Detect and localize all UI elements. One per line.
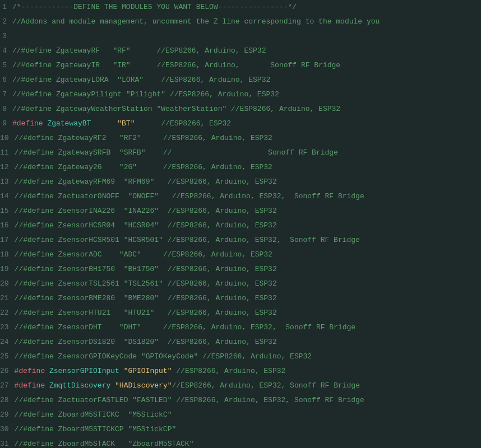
line-content: //#define ZsensorADC "ADC" //ESP8266, Ar… xyxy=(15,248,481,262)
line-content: //#define ZgatewayLORA "LORA" //ESP8266,… xyxy=(12,73,481,87)
line-number: 13 xyxy=(0,175,15,189)
code-line: 5//#define ZgatewayIR "IR" //ESP8266, Ar… xyxy=(0,58,481,73)
code-line: 11//#define ZgatewaySRFB "SRFB" // Sonof… xyxy=(0,146,481,160)
line-number: 25 xyxy=(0,349,15,364)
line-content: //#define ZsensorHCSR501 "HCSR501" //ESP… xyxy=(15,233,481,248)
line-content: //#define ZgatewaySRFB "SRFB" // Sonoff … xyxy=(15,146,481,160)
token: //Addons and module management, uncommen… xyxy=(12,17,380,26)
token: //#define ZgatewayPilight "Pilight" //ES… xyxy=(12,90,279,99)
line-number: 31 xyxy=(0,437,15,448)
code-editor: 1/*------------DEFINE THE MODULES YOU WA… xyxy=(0,0,481,448)
token: ZmqttDiscovery xyxy=(45,381,110,390)
token: //#define ZgatewayRF "RF" //ESP8266, Ard… xyxy=(12,46,266,55)
line-content: //#define ZgatewayWeatherStation "Weathe… xyxy=(12,102,481,116)
line-content: //#define ZboardM5STICKCP "M5StickCP" xyxy=(15,422,481,437)
token: #define xyxy=(12,119,43,128)
token: //#define ZactuatorFASTLED "FASTLED" //E… xyxy=(15,396,364,404)
line-number: 7 xyxy=(0,87,12,102)
token: //#define ZboardM5STICKC "M5StickC" xyxy=(15,410,172,419)
line-number: 9 xyxy=(0,116,12,131)
line-content: //#define ZsensorBH1750 "BH1750" //ESP82… xyxy=(15,262,481,277)
line-number: 24 xyxy=(0,335,15,349)
code-line: 8//#define ZgatewayWeatherStation "Weath… xyxy=(0,102,481,116)
line-number: 23 xyxy=(0,320,15,335)
token: /*------------DEFINE THE MODULES YOU WAN… xyxy=(12,3,297,11)
token: //#define ZsensorGPIOKeyCode "GPIOKeyCod… xyxy=(15,352,312,361)
token: //#define ZboardM5STICKCP "M5StickCP" xyxy=(15,425,177,433)
code-line: 18//#define ZsensorADC "ADC" //ESP8266, … xyxy=(0,248,481,262)
token: //#define ZgatewaySRFB "SRFB" // Sonoff … xyxy=(15,148,338,157)
line-content: //#define ZactuatorFASTLED "FASTLED" //E… xyxy=(15,393,481,408)
line-content: #define ZmqttDiscovery "HADiscovery"//ES… xyxy=(15,379,481,393)
code-line: 14//#define ZactuatorONOFF "ONOFF" //ESP… xyxy=(0,189,481,204)
token: //#define Zgateway2G "2G" //ESP8266, Ard… xyxy=(15,163,272,171)
line-number: 4 xyxy=(0,44,12,58)
code-line: 15//#define ZsensorINA226 "INA226" //ESP… xyxy=(0,204,481,218)
token: //#define ZsensorHCSR04 "HCSR04" //ESP82… xyxy=(15,221,277,230)
line-content: //#define ZsensorINA226 "INA226" //ESP82… xyxy=(15,204,481,218)
line-number: 2 xyxy=(0,15,12,29)
line-number: 10 xyxy=(0,131,15,146)
line-number: 27 xyxy=(0,379,15,393)
token: //#define ZsensorBH1750 "BH1750" //ESP82… xyxy=(15,265,277,273)
line-content: //#define ZactuatorONOFF "ONOFF" //ESP82… xyxy=(15,189,481,204)
code-line: 6//#define ZgatewayLORA "LORA" //ESP8266… xyxy=(0,73,481,87)
line-number: 5 xyxy=(0,58,12,73)
token: //#define ZsensorHCSR501 "HCSR501" //ESP… xyxy=(15,236,360,244)
token: //#define ZsensorINA226 "INA226" //ESP82… xyxy=(15,207,277,215)
token: ZsensorGPIOInput xyxy=(45,367,119,375)
token: //#define ZactuatorONOFF "ONOFF" //ESP82… xyxy=(15,192,364,200)
line-content: #define ZgatewayBT "BT" //ESP8266, ESP32 xyxy=(12,116,481,131)
token: //#define ZboardM5STACK "ZboardM5STACK" xyxy=(15,440,194,448)
code-line: 23//#define ZsensorDHT "DHT" //ESP8266, … xyxy=(0,320,481,335)
line-content: //#define ZgatewayIR "IR" //ESP8266, Ard… xyxy=(12,58,481,73)
token: //#define ZgatewayWeatherStation "Weathe… xyxy=(12,105,340,113)
code-line: 7//#define ZgatewayPilight "Pilight" //E… xyxy=(0,87,481,102)
code-line: 20//#define ZsensorTSL2561 "TSL2561" //E… xyxy=(0,277,481,291)
line-number: 18 xyxy=(0,248,15,262)
line-number: 17 xyxy=(0,233,15,248)
code-line: 26#define ZsensorGPIOInput "GPIOInput" /… xyxy=(0,364,481,379)
line-content: //#define ZgatewayPilight "Pilight" //ES… xyxy=(12,87,481,102)
code-line: 9#define ZgatewayBT "BT" //ESP8266, ESP3… xyxy=(0,116,481,131)
code-line: 27#define ZmqttDiscovery "HADiscovery"//… xyxy=(0,379,481,393)
line-content: //#define ZsensorTSL2561 "TSL2561" //ESP… xyxy=(15,277,481,291)
line-number: 6 xyxy=(0,73,12,87)
line-number: 30 xyxy=(0,422,15,437)
token: //#define ZsensorHTU21 "HTU21" //ESP8266… xyxy=(15,309,277,317)
line-number: 26 xyxy=(0,364,15,379)
token: ZgatewayBT xyxy=(43,119,91,128)
code-line: 17//#define ZsensorHCSR501 "HCSR501" //E… xyxy=(0,233,481,248)
code-line: 29//#define ZboardM5STICKC "M5StickC" xyxy=(0,408,481,422)
code-line: 10//#define ZgatewayRF2 "RF2" //ESP8266,… xyxy=(0,131,481,146)
line-content: /*------------DEFINE THE MODULES YOU WAN… xyxy=(12,0,481,15)
line-number: 19 xyxy=(0,262,15,277)
line-content: //#define ZboardM5STACK "ZboardM5STACK" xyxy=(15,437,481,448)
line-number: 16 xyxy=(0,218,15,233)
line-content: //#define ZsensorHCSR04 "HCSR04" //ESP82… xyxy=(15,218,481,233)
token: //#define ZsensorTSL2561 "TSL2561" //ESP… xyxy=(15,279,277,288)
code-line: 16//#define ZsensorHCSR04 "HCSR04" //ESP… xyxy=(0,218,481,233)
line-content: //#define ZsensorDS1820 "DS1820" //ESP82… xyxy=(15,335,481,349)
code-line: 1/*------------DEFINE THE MODULES YOU WA… xyxy=(0,0,481,15)
token: //#define ZgatewayRFM69 "RFM69" //ESP826… xyxy=(15,178,277,186)
code-line: 22//#define ZsensorHTU21 "HTU21" //ESP82… xyxy=(0,306,481,320)
token: //#define ZsensorBME280 "BME280" //ESP82… xyxy=(15,294,277,302)
line-content: //#define ZgatewayRF2 "RF2" //ESP8266, A… xyxy=(15,131,481,146)
code-line: 31//#define ZboardM5STACK "ZboardM5STACK… xyxy=(0,437,481,448)
code-line: 12//#define Zgateway2G "2G" //ESP8266, A… xyxy=(0,160,481,175)
code-line: 3 xyxy=(0,29,481,44)
line-number: 11 xyxy=(0,146,15,160)
code-line: 4//#define ZgatewayRF "RF" //ESP8266, Ar… xyxy=(0,44,481,58)
token: //#define ZgatewayIR "IR" //ESP8266, Ard… xyxy=(12,61,340,69)
line-content: //#define ZgatewayRF "RF" //ESP8266, Ard… xyxy=(12,44,481,58)
line-content: //#define ZboardM5STICKC "M5StickC" xyxy=(15,408,481,422)
code-line: 25//#define ZsensorGPIOKeyCode "GPIOKeyC… xyxy=(0,349,481,364)
code-line: 2//Addons and module management, uncomme… xyxy=(0,15,481,29)
code-line: 19//#define ZsensorBH1750 "BH1750" //ESP… xyxy=(0,262,481,277)
code-line: 28//#define ZactuatorFASTLED "FASTLED" /… xyxy=(0,393,481,408)
code-line: 24//#define ZsensorDS1820 "DS1820" //ESP… xyxy=(0,335,481,349)
token: //#define ZgatewayRF2 "RF2" //ESP8266, A… xyxy=(15,134,272,142)
token: //#define ZsensorADC "ADC" //ESP8266, Ar… xyxy=(15,250,272,259)
code-line: 13//#define ZgatewayRFM69 "RFM69" //ESP8… xyxy=(0,175,481,189)
